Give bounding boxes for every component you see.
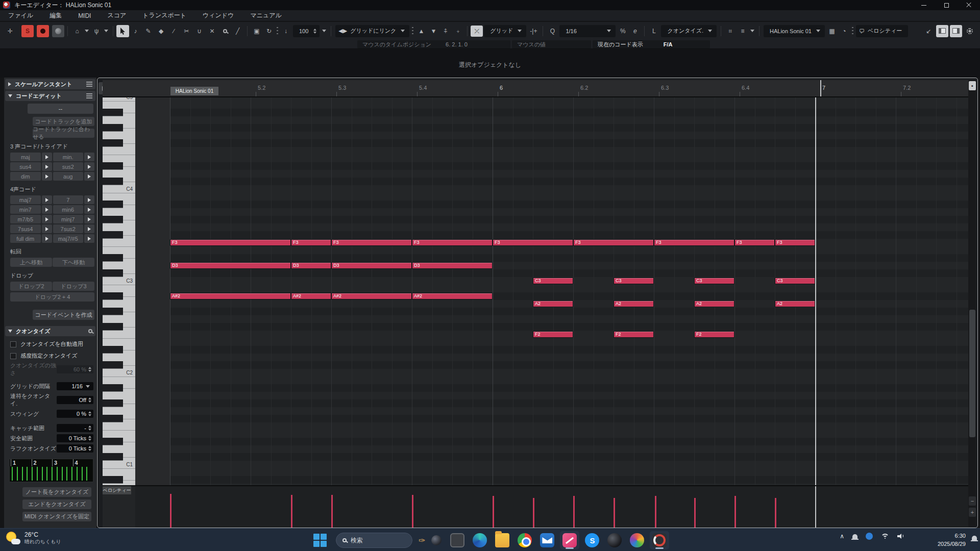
- section-scale-assistant[interactable]: スケールアシスタント: [5, 79, 95, 89]
- seventh-button-7sus2[interactable]: 7sus2: [53, 224, 84, 233]
- midi-note-F3[interactable]: F3: [493, 239, 573, 246]
- seventh-button-min7[interactable]: min7: [10, 205, 41, 214]
- safe-range-field[interactable]: 0 Ticks: [57, 434, 93, 442]
- chord-arrow-button[interactable]: [84, 172, 94, 181]
- seventh-button-m7-b5[interactable]: m7/b5: [10, 215, 41, 223]
- insert-velocity-combo[interactable]: 100: [293, 25, 320, 37]
- black-key[interactable]: [103, 109, 123, 116]
- midi-step-input-button[interactable]: ≡: [737, 25, 749, 37]
- midi-note-C3[interactable]: C3: [533, 278, 573, 284]
- snap-type-combo[interactable]: グリッド: [484, 25, 526, 37]
- menu-item-2[interactable]: MIDI: [70, 12, 99, 19]
- velocity-bar[interactable]: [775, 498, 776, 528]
- taskbar-clock[interactable]: 6:30 2025/08/29: [938, 532, 966, 548]
- tray-app-icon[interactable]: [866, 533, 873, 540]
- black-key[interactable]: [103, 139, 123, 147]
- quantize-preset-combo[interactable]: 1/16: [559, 25, 616, 37]
- zoom-tool[interactable]: [218, 25, 231, 37]
- midi-note-F3[interactable]: F3: [573, 239, 654, 246]
- chevron-down-icon[interactable]: [816, 30, 820, 32]
- midi-connector-icon[interactable]: ◔: [838, 25, 850, 37]
- chord-arrow-button[interactable]: [84, 195, 94, 204]
- note-edit-tool[interactable]: ♪: [129, 25, 142, 37]
- pitch-visibility-button[interactable]: ⌂: [71, 25, 83, 37]
- menu-item-3[interactable]: スコア: [99, 11, 134, 20]
- menu-item-4[interactable]: トランスポート: [134, 11, 194, 20]
- swing-field[interactable]: 0 %: [57, 410, 93, 418]
- chevron-down-icon[interactable]: [708, 30, 712, 32]
- match-chord-track-button[interactable]: コードトラックに合わせる: [33, 129, 94, 138]
- midi-note-A#2[interactable]: A#2: [291, 293, 331, 299]
- taskbar-app-skype[interactable]: S: [582, 531, 602, 549]
- notification-bell-icon[interactable]: [972, 536, 977, 540]
- scrollbar-thumb[interactable]: [969, 310, 975, 437]
- chevron-down-icon[interactable]: [750, 30, 754, 32]
- rough-quantize-field[interactable]: 0 Ticks: [57, 444, 93, 453]
- black-key[interactable]: [103, 308, 123, 315]
- minimize-button[interactable]: [913, 0, 935, 10]
- right-zone-toggle[interactable]: [950, 25, 962, 37]
- setup-toolbar-button[interactable]: [964, 25, 976, 37]
- chevron-down-icon[interactable]: [322, 30, 326, 32]
- part-selector-combo[interactable]: HALion Sonic 01: [764, 25, 825, 37]
- black-key[interactable]: [103, 415, 123, 422]
- triad-button-sus4[interactable]: sus4: [10, 162, 41, 171]
- playhead-ruler[interactable]: [820, 80, 821, 96]
- auto-scroll-button[interactable]: ▣: [251, 25, 263, 37]
- seventh-button-maj7[interactable]: maj7: [10, 195, 41, 204]
- globe-icon[interactable]: [431, 535, 442, 545]
- midi-note-F3[interactable]: F3: [331, 239, 412, 246]
- taskbar-app-chrome[interactable]: [515, 531, 534, 549]
- open-in-lower-zone-button[interactable]: ↙: [922, 25, 935, 37]
- part-selector-value[interactable]: HALion Sonic 01: [767, 28, 815, 34]
- vertical-scrollbar[interactable]: ▪ − +: [968, 80, 976, 527]
- left-zone-toggle[interactable]: [936, 25, 948, 37]
- black-key[interactable]: [103, 231, 123, 239]
- quantize-panel-button[interactable]: e: [629, 25, 641, 37]
- black-key[interactable]: [103, 361, 123, 369]
- black-key[interactable]: [103, 292, 123, 300]
- chevron-down-icon[interactable]: [104, 30, 108, 32]
- iq-checkbox[interactable]: 感度指定クオンタイズ: [10, 352, 96, 360]
- black-key[interactable]: [103, 346, 123, 354]
- solo-button[interactable]: S: [21, 25, 34, 37]
- menu-item-1[interactable]: 編集: [41, 11, 70, 20]
- draw-tool[interactable]: ✎: [142, 25, 155, 37]
- chevron-down-icon[interactable]: [518, 30, 522, 32]
- triad-button-maj[interactable]: maj: [10, 153, 41, 161]
- drop24-button[interactable]: ドロップ2 + 4: [10, 292, 94, 302]
- taskbar-app-darkball[interactable]: [605, 531, 624, 549]
- black-key[interactable]: [103, 453, 123, 461]
- playhead[interactable]: [815, 97, 816, 485]
- taskbar-app-dark[interactable]: [448, 531, 467, 549]
- triad-button-aug[interactable]: aug: [53, 172, 84, 181]
- chord-arrow-button[interactable]: [42, 234, 52, 243]
- wifi-icon[interactable]: [881, 534, 889, 539]
- velocity-bar[interactable]: [412, 495, 413, 528]
- close-button[interactable]: [958, 0, 980, 10]
- move-up-octave-button[interactable]: ⍏: [439, 25, 452, 37]
- taskbar-weather-widget[interactable]: 26°C 晴れのちくもり: [5, 531, 61, 546]
- triad-button-min-[interactable]: min.: [53, 153, 84, 161]
- velocity-bar[interactable]: [493, 496, 494, 528]
- volume-icon[interactable]: [897, 534, 903, 539]
- chord-arrow-button[interactable]: [42, 224, 52, 233]
- chord-arrow-button[interactable]: [42, 172, 52, 181]
- chord-arrow-button[interactable]: [84, 205, 94, 214]
- chord-arrow-button[interactable]: [42, 195, 52, 204]
- move-down-button[interactable]: ▼: [427, 25, 439, 37]
- velocity-steppers[interactable]: [313, 29, 316, 34]
- record-in-editor-button[interactable]: [37, 25, 49, 37]
- scroll-top-button[interactable]: ▪: [969, 81, 976, 90]
- chord-arrow-button[interactable]: [84, 224, 94, 233]
- split-tool[interactable]: ✂: [180, 25, 193, 37]
- seventh-button-min6[interactable]: min6: [53, 205, 84, 214]
- step-input-button[interactable]: ⌗: [724, 25, 737, 37]
- midi-note-A#2[interactable]: A#2: [331, 293, 412, 299]
- section-quantize[interactable]: クオンタイズ: [5, 326, 95, 336]
- drop2-button[interactable]: ドロップ2: [10, 282, 52, 291]
- midi-note-D3[interactable]: D3: [331, 262, 412, 269]
- midi-note-A2[interactable]: A2: [694, 300, 734, 307]
- chord-arrow-button[interactable]: [84, 234, 94, 243]
- catch-range-field[interactable]: -: [57, 424, 93, 432]
